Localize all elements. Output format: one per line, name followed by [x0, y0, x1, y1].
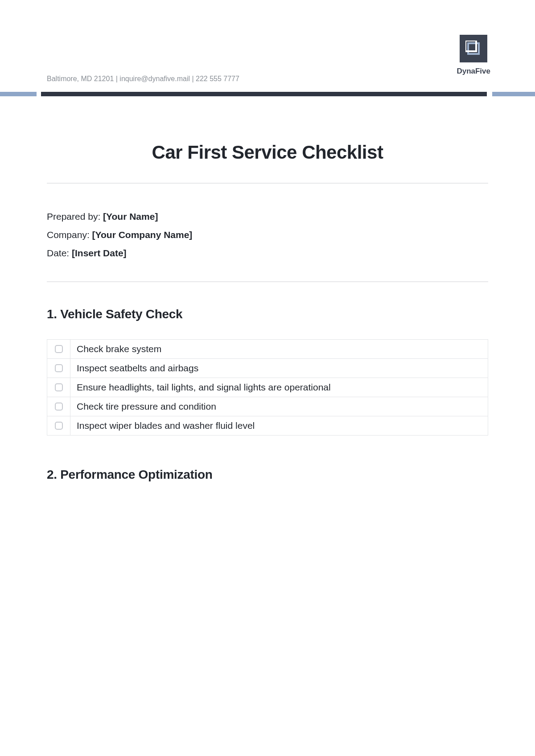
checkbox[interactable] [55, 364, 63, 372]
date-row: Date: [Insert Date] [47, 244, 488, 263]
checklist-item-text: Inspect seatbelts and airbags [70, 358, 488, 378]
header-divider [0, 92, 535, 96]
svg-rect-0 [468, 43, 479, 54]
checklist-table-1: Check brake system Inspect seatbelts and… [47, 339, 488, 436]
prepared-by-row: Prepared by: [Your Name] [47, 208, 488, 226]
checkbox[interactable] [55, 345, 63, 353]
checklist-row: Check tire pressure and condition [47, 397, 488, 416]
page-title: Car First Service Checklist [47, 142, 488, 163]
checklist-item-text: Check brake system [70, 339, 488, 358]
meta-divider [47, 281, 488, 282]
contact-info: Baltimore, MD 21201 | inquire@dynafive.m… [47, 75, 239, 83]
brand-logo-icon [460, 35, 487, 62]
company-value: [Your Company Name] [92, 230, 193, 240]
section-heading-2: 2. Performance Optimization [47, 468, 488, 482]
svg-rect-1 [465, 41, 476, 51]
date-label: Date: [47, 248, 72, 258]
company-row: Company: [Your Company Name] [47, 226, 488, 244]
checklist-item-text: Ensure headlights, tail lights, and sign… [70, 378, 488, 397]
checklist-row: Ensure headlights, tail lights, and sign… [47, 378, 488, 397]
checklist-row: Inspect wiper blades and washer fluid le… [47, 416, 488, 435]
company-label: Company: [47, 230, 92, 240]
prepared-by-label: Prepared by: [47, 211, 103, 222]
section-heading-1: 1. Vehicle Safety Check [47, 307, 488, 321]
checklist-row: Inspect seatbelts and airbags [47, 358, 488, 378]
document-body: Car First Service Checklist Prepared by:… [0, 142, 535, 482]
prepared-by-value: [Your Name] [103, 211, 158, 222]
title-divider [47, 183, 488, 184]
checklist-item-text: Check tire pressure and condition [70, 397, 488, 416]
date-value: [Insert Date] [72, 248, 127, 258]
checkbox[interactable] [55, 383, 63, 391]
document-header: Baltimore, MD 21201 | inquire@dynafive.m… [0, 0, 535, 89]
checklist-item-text: Inspect wiper blades and washer fluid le… [70, 416, 488, 435]
brand-name: DynaFive [457, 67, 490, 76]
checkbox[interactable] [55, 422, 63, 430]
brand-block: DynaFive [457, 35, 490, 76]
checkbox[interactable] [55, 403, 63, 411]
checklist-row: Check brake system [47, 339, 488, 358]
meta-block: Prepared by: [Your Name] Company: [Your … [47, 208, 488, 263]
